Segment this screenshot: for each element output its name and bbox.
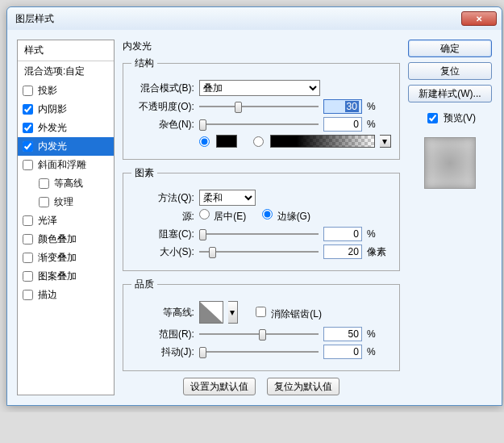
contour-picker[interactable] [199,301,223,324]
opacity-unit: % [367,101,391,112]
close-icon: ✕ [476,15,482,23]
ok-button[interactable]: 确定 [408,40,492,57]
gradient-dropdown-icon[interactable]: ▾ [380,135,391,148]
styles-header[interactable]: 样式 [18,40,114,61]
titlebar[interactable]: 图层样式 ✕ [7,7,502,30]
quality-legend: 品质 [131,278,157,291]
style-item[interactable]: 斜面和浮雕 [18,156,114,174]
jitter-label: 抖动(J): [131,345,194,359]
style-checkbox[interactable] [23,160,33,170]
choke-input[interactable]: 0 [323,227,362,241]
style-item[interactable]: 纹理 [18,193,114,211]
color-swatch[interactable] [216,135,237,148]
style-label: 投影 [38,84,57,98]
range-unit: % [367,328,391,340]
style-checkbox[interactable] [23,86,33,96]
window-title: 图层样式 [15,12,54,26]
size-slider[interactable] [199,244,319,259]
contour-label: 等高线: [131,306,194,320]
style-item[interactable]: 外发光 [18,119,114,137]
layer-style-dialog: 图层样式 ✕ 样式 混合选项:自定 投影内阴影外发光内发光斜面和浮雕等高线纹理光… [6,6,502,406]
style-label: 光泽 [38,214,57,228]
noise-input[interactable]: 0 [323,117,362,132]
style-label: 等高线 [54,177,83,190]
cancel-button[interactable]: 复位 [408,62,492,80]
style-label: 斜面和浮雕 [38,158,86,172]
size-label: 大小(S): [131,245,194,259]
side-panel: 确定 复位 新建样式(W)... 预览(V) [408,40,492,395]
style-label: 内阴影 [38,102,67,116]
source-label: 源: [131,210,194,224]
structure-group: 结构 混合模式(B): 叠加 不透明度(O): 30 % 杂色(N): 0 % [123,56,400,160]
preview-checkbox[interactable] [427,113,438,123]
close-button[interactable]: ✕ [461,11,497,26]
style-label: 纹理 [54,195,73,209]
elements-group: 图素 方法(Q): 柔和 源: 居中(E) 边缘(G) 阻塞(C): 0 % [123,166,400,271]
range-slider[interactable] [199,327,319,341]
preview-label: 预览(V) [444,111,476,125]
preview-thumbnail [424,137,476,189]
antialias-option[interactable]: 消除锯齿(L) [252,304,322,321]
noise-unit: % [367,119,391,130]
technique-select[interactable]: 柔和 [199,190,256,206]
new-style-button[interactable]: 新建样式(W)... [408,85,492,102]
range-input[interactable]: 50 [323,327,362,341]
contour-dropdown-icon[interactable]: ▾ [228,301,238,324]
size-unit: 像素 [367,245,391,259]
style-checkbox[interactable] [23,271,33,282]
style-checkbox[interactable] [23,290,33,300]
source-edge-option[interactable]: 边缘(G) [262,209,310,224]
panel-title: 内发光 [123,40,400,53]
elements-legend: 图素 [131,166,157,180]
style-item[interactable]: 等高线 [18,174,114,193]
opacity-input[interactable]: 30 [323,99,362,114]
style-item[interactable]: 图案叠加 [18,267,114,286]
choke-unit: % [367,228,391,240]
style-label: 内发光 [38,140,67,153]
choke-label: 阻塞(C): [131,228,194,241]
style-label: 外发光 [38,121,67,135]
make-default-button[interactable]: 设置为默认值 [183,378,256,395]
gradient-preview[interactable] [270,135,375,148]
style-checkbox[interactable] [23,104,33,115]
style-checkbox[interactable] [39,178,49,189]
style-item[interactable]: 描边 [18,286,114,304]
style-label: 描边 [38,288,57,302]
style-checkbox[interactable] [23,215,33,226]
quality-group: 品质 等高线: ▾ 消除锯齿(L) 范围(R): 50 % 抖动(J): 0 [123,278,400,371]
jitter-unit: % [367,346,391,357]
gradient-radio[interactable] [253,136,264,147]
opacity-label: 不透明度(O): [131,100,194,114]
style-checkbox[interactable] [23,141,33,152]
blend-mode-select[interactable]: 叠加 [199,80,320,96]
structure-legend: 结构 [131,56,157,70]
style-checkbox[interactable] [23,234,33,244]
style-checkbox[interactable] [23,123,33,133]
reset-default-button[interactable]: 复位为默认值 [267,378,339,395]
antialias-checkbox[interactable] [256,307,266,317]
source-edge-radio[interactable] [262,209,273,219]
style-item[interactable]: 内阴影 [18,100,114,119]
choke-slider[interactable] [199,227,319,241]
style-item[interactable]: 渐变叠加 [18,249,114,267]
jitter-slider[interactable] [199,345,319,359]
opacity-slider[interactable] [199,99,319,114]
styles-list-panel: 样式 混合选项:自定 投影内阴影外发光内发光斜面和浮雕等高线纹理光泽颜色叠加渐变… [17,40,115,395]
source-center-radio[interactable] [199,209,210,219]
style-item[interactable]: 光泽 [18,211,114,230]
style-item[interactable]: 内发光 [18,137,114,156]
jitter-input[interactable]: 0 [323,345,362,359]
color-radio[interactable] [199,136,210,147]
source-center-option[interactable]: 居中(E) [199,209,246,224]
style-label: 图案叠加 [38,270,77,283]
blend-options-header[interactable]: 混合选项:自定 [18,61,114,81]
style-item[interactable]: 颜色叠加 [18,230,114,249]
dialog-content: 样式 混合选项:自定 投影内阴影外发光内发光斜面和浮雕等高线纹理光泽颜色叠加渐变… [7,30,502,405]
blend-mode-label: 混合模式(B): [131,81,194,95]
style-checkbox[interactable] [39,197,49,207]
style-checkbox[interactable] [23,253,33,263]
size-input[interactable]: 20 [323,244,362,259]
style-item[interactable]: 投影 [18,81,114,100]
noise-slider[interactable] [199,117,319,132]
technique-label: 方法(Q): [131,191,194,205]
